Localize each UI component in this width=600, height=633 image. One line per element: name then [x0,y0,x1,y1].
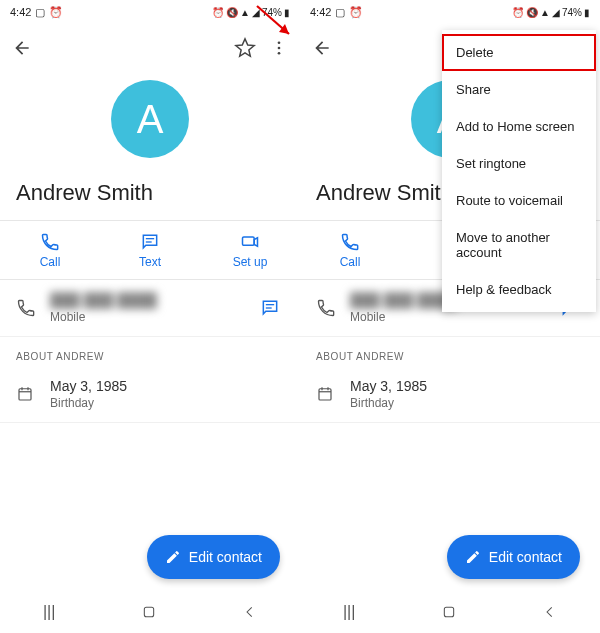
clock: 4:42 [310,6,331,18]
pencil-icon [465,549,481,565]
avatar-section: A [0,72,300,176]
notif-alarm-icon: ⏰ [49,6,63,19]
message-icon[interactable] [260,298,280,318]
overflow-menu: Delete Share Add to Home screen Set ring… [442,30,596,312]
calendar-icon [316,385,334,403]
text-action[interactable]: Text [100,221,200,279]
screen-contact-view: 4:42 ▢ ⏰ ⏰ 🔇 ▲ ◢ 74% ▮ A Andrew Smith [0,0,300,633]
svg-rect-8 [19,389,31,400]
star-button[interactable] [234,37,256,59]
call-label: Call [40,255,61,269]
home-button[interactable] [441,604,457,620]
gesture-nav: ||| [300,593,600,633]
notif-image-icon: ▢ [335,6,345,19]
phone-type: Mobile [350,310,556,324]
birthday-row[interactable]: May 3, 1985 Birthday [300,366,600,423]
fab-label: Edit contact [189,549,262,565]
back-nav-button[interactable] [543,605,557,619]
status-bar: 4:42 ▢ ⏰ ⏰ 🔇 ▲ ◢ 74% ▮ [300,0,600,24]
menu-ringtone[interactable]: Set ringtone [442,145,596,182]
wifi-icon: ▲ [540,7,550,18]
back-button[interactable] [312,38,332,58]
back-button[interactable] [12,38,32,58]
mute-icon: 🔇 [226,7,238,18]
calendar-icon [16,385,34,403]
mute-icon: 🔇 [526,7,538,18]
birthday-date: May 3, 1985 [350,378,584,394]
home-button[interactable] [141,604,157,620]
edit-contact-fab[interactable]: Edit contact [147,535,280,579]
phone-icon [16,298,36,318]
action-row: Call Text Set up [0,220,300,280]
fab-label: Edit contact [489,549,562,565]
setup-label: Set up [233,255,268,269]
phone-type: Mobile [50,310,256,324]
svg-rect-12 [145,607,154,616]
notif-alarm-icon: ⏰ [349,6,363,19]
avatar-initial: A [137,97,164,142]
notif-image-icon: ▢ [35,6,45,19]
phone-icon [316,298,336,318]
svg-rect-20 [445,607,454,616]
annotation-arrow [255,4,305,54]
setup-action[interactable]: Set up [200,221,300,279]
edit-contact-fab[interactable]: Edit contact [447,535,580,579]
battery-icon: ▮ [584,7,590,18]
svg-rect-16 [319,389,331,400]
text-label: Text [139,255,161,269]
birthday-label: Birthday [350,396,584,410]
alarm-icon: ⏰ [212,7,224,18]
wifi-icon: ▲ [240,7,250,18]
birthday-label: Birthday [50,396,284,410]
call-action[interactable]: Call [300,221,400,279]
battery-text: 74% [562,7,582,18]
menu-help[interactable]: Help & feedback [442,271,596,308]
birthday-row[interactable]: May 3, 1985 Birthday [0,366,300,423]
clock: 4:42 [10,6,31,18]
call-action[interactable]: Call [0,221,100,279]
menu-delete[interactable]: Delete [442,34,596,71]
signal-icon: ◢ [552,7,560,18]
svg-rect-5 [243,237,255,245]
menu-share[interactable]: Share [442,71,596,108]
pencil-icon [165,549,181,565]
menu-add-home[interactable]: Add to Home screen [442,108,596,145]
contact-name: Andrew Smith [0,176,300,220]
back-nav-button[interactable] [243,605,257,619]
recents-button[interactable]: ||| [343,603,355,621]
birthday-date: May 3, 1985 [50,378,284,394]
menu-voicemail[interactable]: Route to voicemail [442,182,596,219]
contact-avatar: A [111,80,189,158]
alarm-icon: ⏰ [512,7,524,18]
phone-number: ███ ███ ████ [50,292,256,308]
about-label: ABOUT ANDREW [0,337,300,366]
about-label: ABOUT ANDREW [300,337,600,366]
call-label: Call [340,255,361,269]
menu-move-account[interactable]: Move to another account [442,219,596,271]
screen-contact-menu-open: 4:42 ▢ ⏰ ⏰ 🔇 ▲ ◢ 74% ▮ A Andrew Smith Ca… [300,0,600,633]
recents-button[interactable]: ||| [43,603,55,621]
gesture-nav: ||| [0,593,300,633]
phone-row[interactable]: ███ ███ ████ Mobile [0,280,300,337]
